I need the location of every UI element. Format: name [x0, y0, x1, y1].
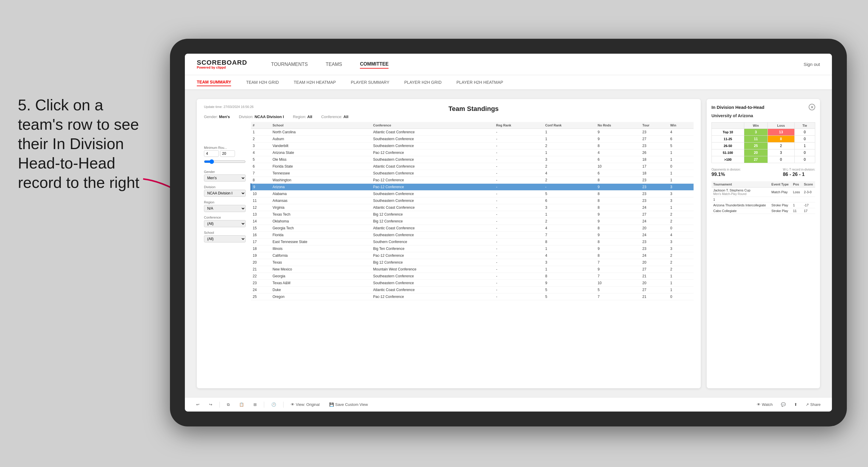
cell-tour: 24	[641, 232, 668, 239]
table-row[interactable]: 8 Washington Pac-12 Conference - 2 8 23 …	[251, 177, 694, 184]
table-area[interactable]: # School Conference Reg Rank Conf Rank N…	[250, 122, 693, 382]
table-row[interactable]: 11 Arkansas Southeastern Conference - 6 …	[251, 197, 694, 204]
comment-button[interactable]: 💬	[779, 401, 788, 408]
nav-tournaments[interactable]: TOURNAMENTS	[271, 61, 308, 68]
h2h-label: 51-100	[712, 149, 744, 156]
table-row[interactable]: 16 Florida Southeastern Conference - 7 9…	[251, 232, 694, 239]
table-row[interactable]: 20 Texas Big 12 Conference - 3 7 20 2	[251, 259, 694, 266]
gender-select[interactable]: Men's Women's	[204, 175, 246, 182]
subnav-player-summary[interactable]: PLAYER SUMMARY	[351, 79, 389, 86]
tourney-pos	[791, 197, 802, 203]
h2h-tie: 0	[794, 136, 815, 143]
cell-rank: 6	[251, 163, 271, 170]
table-row[interactable]: 15 Georgia Tech Atlantic Coast Conferenc…	[251, 225, 694, 232]
tourney-name: 1	[711, 197, 770, 203]
subnav-team-h2h-heatmap[interactable]: TEAM H2H HEATMAP	[294, 79, 336, 86]
paste-button[interactable]: 📋	[237, 401, 246, 408]
table-row[interactable]: 7 Tennessee Southeastern Conference - 4 …	[251, 170, 694, 177]
update-time: Update time: 27/03/2024 16:56:26	[204, 105, 253, 108]
table-row[interactable]: 18 Illinois Big Ten Conference - 1 9 23 …	[251, 245, 694, 252]
division-select[interactable]: NCAA Division I NCAA Division II NCAA Di…	[204, 190, 246, 197]
min-rounds-input-1[interactable]	[204, 150, 219, 157]
cell-conf-rank: 1	[543, 136, 596, 143]
subnav-team-h2h-grid[interactable]: TEAM H2H GRID	[246, 79, 279, 86]
table-row[interactable]: 24 Duke Atlantic Coast Conference - 5 5 …	[251, 287, 694, 293]
region-select[interactable]: N/A All	[204, 205, 246, 212]
table-row[interactable]: 12 Virginia Atlantic Coast Conference - …	[251, 204, 694, 211]
card-body: Minimum Rou... Gender Men's	[204, 122, 693, 382]
table-row[interactable]: 4 Arizona State Pac-12 Conference - 1 4 …	[251, 149, 694, 156]
cell-reg-rank: -	[494, 191, 544, 197]
export-button[interactable]: ⬆	[792, 401, 800, 408]
table-row[interactable]: 22 Georgia Southeastern Conference - 8 7…	[251, 273, 694, 280]
h2h-close-button[interactable]: ✕	[809, 104, 815, 110]
cell-tour: 23	[641, 143, 668, 149]
table-row[interactable]: 2 Auburn Southeastern Conference - 1 9 2…	[251, 136, 694, 143]
copy-button[interactable]: ⧉	[224, 401, 232, 408]
nav-committee[interactable]: COMMITTEE	[360, 60, 389, 69]
subnav-player-h2h-heatmap[interactable]: PLAYER H2H HEATMAP	[457, 79, 503, 86]
table-row[interactable]: 1 North Carolina Atlantic Coast Conferen…	[251, 129, 694, 136]
tourney-name: Jackson T. Stephens CupMen's Match-Play …	[711, 188, 770, 197]
table-row[interactable]: 13 Texas Tech Big 12 Conference - 1 9 27…	[251, 211, 694, 218]
cell-no-rnds: 6	[596, 156, 641, 163]
tourney-type: Stroke Play	[770, 208, 791, 214]
table-row[interactable]: 17 East Tennessee State Southern Confere…	[251, 239, 694, 245]
cell-win: 6	[669, 136, 693, 143]
filter-group-division: Division NCAA Division I NCAA Division I…	[204, 185, 246, 197]
view-original-button[interactable]: 👁 View: Original	[288, 401, 322, 408]
table-row[interactable]: 10 Alabama Southeastern Conference - 5 8…	[251, 191, 694, 197]
cell-school: Virginia	[271, 204, 371, 211]
tablet-screen: SCOREBOARD Powered by clippd TOURNAMENTS…	[185, 54, 832, 411]
min-rounds-input-2[interactable]	[220, 150, 235, 157]
cell-win: 1	[669, 156, 693, 163]
filter-group-region: Region N/A All	[204, 200, 246, 212]
toolbar-sep-1	[219, 402, 220, 408]
h2h-win: 20	[744, 149, 768, 156]
cell-tour: 23	[641, 245, 668, 252]
subnav-team-summary[interactable]: TEAM SUMMARY	[197, 79, 231, 86]
table-row[interactable]: 5 Ole Miss Southeastern Conference - 3 6…	[251, 156, 694, 163]
share-button[interactable]: ↗ Share	[803, 401, 823, 408]
grid-button[interactable]: ⊞	[251, 401, 259, 408]
tourney-name: Arizona Thunderbirds Intercollegiate	[711, 203, 770, 208]
cell-reg-rank: -	[494, 252, 544, 259]
table-row[interactable]: 6 Florida State Atlantic Coast Conferenc…	[251, 163, 694, 170]
watch-button[interactable]: 👁 Watch	[754, 401, 775, 408]
cell-conf-rank: 2	[543, 163, 596, 170]
cell-school: Oklahoma	[271, 218, 371, 225]
toolbar-sep-2	[264, 402, 264, 408]
redo-button[interactable]: ↪	[207, 401, 215, 408]
cell-conference: Atlantic Coast Conference	[371, 287, 494, 293]
clock-button[interactable]: 🕐	[269, 401, 279, 408]
tourney-type: Stroke Play	[770, 203, 791, 208]
table-row[interactable]: 23 Texas A&M Southeastern Conference - 9…	[251, 280, 694, 287]
filter-region: Region: All	[293, 115, 312, 119]
cell-rank: 15	[251, 225, 271, 232]
table-row[interactable]: 25 Oregon Pac-12 Conference - 5 7 21 0	[251, 293, 694, 300]
table-row[interactable]: 19 California Pac-12 Conference - 4 8 24…	[251, 252, 694, 259]
cell-tour: 27	[641, 136, 668, 143]
undo-button[interactable]: ↩	[194, 401, 202, 408]
table-row[interactable]: 21 New Mexico Mountain West Conference -…	[251, 266, 694, 273]
h2h-loss: 8	[768, 136, 794, 143]
nav-teams[interactable]: TEAMS	[326, 61, 342, 68]
min-rounds-slider[interactable]	[204, 158, 246, 165]
cell-rank: 4	[251, 149, 271, 156]
top-nav: SCOREBOARD Powered by clippd TOURNAMENTS…	[185, 54, 832, 75]
annotation-text: 5. Click on a team's row to see their In…	[18, 95, 143, 192]
school-select[interactable]: (All)	[204, 235, 246, 243]
tourney-score: 2-3-0	[802, 188, 815, 197]
save-custom-button[interactable]: 💾 Save Custom View	[327, 401, 370, 408]
cell-conf-rank: 2	[543, 143, 596, 149]
filter-gender: Gender: Men's	[204, 115, 230, 119]
table-row[interactable]: 14 Oklahoma Big 12 Conference - 2 9 24 2	[251, 218, 694, 225]
table-row[interactable]: 9 Arizona Pac-12 Conference - - 9 23 3	[251, 184, 694, 191]
conference-select[interactable]: (All)	[204, 220, 246, 227]
cell-conference: Southeastern Conference	[371, 197, 494, 204]
table-row[interactable]: 3 Vanderbilt Southeastern Conference - 2…	[251, 143, 694, 149]
sign-out-button[interactable]: Sign out	[804, 62, 820, 67]
subnav-player-h2h-grid[interactable]: PLAYER H2H GRID	[404, 79, 442, 86]
cell-no-rnds: 8	[596, 191, 641, 197]
cell-rank: 5	[251, 156, 271, 163]
